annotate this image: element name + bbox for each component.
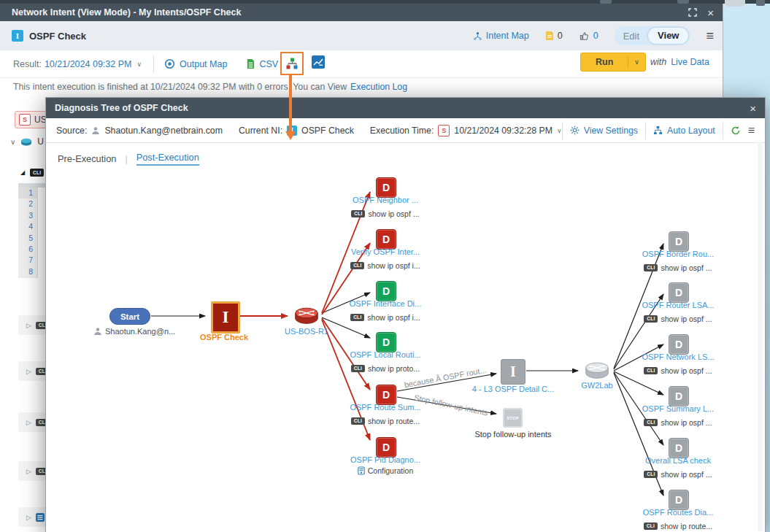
close-icon[interactable]: × [707,7,714,18]
like-count-button[interactable]: 0 [579,31,598,42]
live-data-link[interactable]: Live Data [671,57,709,67]
menu-icon[interactable]: ≡ [706,28,714,44]
expand-icon[interactable]: ▷ [26,468,31,475]
diagnosis-node[interactable]: D [376,229,396,250]
note-count-button[interactable]: 0 [545,31,563,41]
diagnosis-node-label: OSPF Summary L... CLIshow ip ospf ... [627,404,729,428]
diagnosis-node[interactable]: D [669,334,689,355]
edit-toggle[interactable]: Edit [615,31,648,42]
dialog-title-bar: Diagnosis Tree of OSPF Check × [46,98,765,118]
stop-node-label: Stop follow-up intents [458,430,569,439]
diagnosis-node[interactable]: D [376,437,396,458]
annotation-arrow-line [289,74,292,131]
cli-badge: CLI [644,264,658,271]
line-number: 4 [18,221,37,232]
list-icon [36,513,45,522]
view-settings-button[interactable]: View Settings [570,126,638,136]
result-timestamp: 10/21/2024 09:32 PM [45,59,132,69]
diagnosis-node-label: OSPF Interface Di... CLIshow ip ospf i..… [334,299,436,323]
status-bar: This intent execution is finished at 10/… [0,77,723,96]
dialog-close-icon[interactable]: × [750,102,756,115]
run-button[interactable]: Run ∨ [580,53,646,72]
device-tree-row[interactable]: ∨ U [10,136,44,147]
line-number: 7 [18,255,37,266]
cli-section-header[interactable]: ◢ CLI [20,169,44,177]
cli-badge: CLI [351,365,365,372]
device-node-gw2lab[interactable] [582,361,612,383]
intent-name: OSPF Check [29,31,86,42]
tab-post-execution[interactable]: Post-Execution [136,152,199,166]
root-intent-node[interactable]: I [211,301,240,334]
refresh-icon[interactable] [731,126,741,136]
root-intent-label[interactable]: OSPF Check [197,333,251,342]
diagnosis-node[interactable]: D [376,281,396,301]
router-icon-gray [582,361,612,380]
current-ni-value: OSPF Check [301,126,354,136]
diagnosis-node[interactable]: D [376,177,396,198]
dialog-title: Diagnosis Tree of OSPF Check [55,103,188,113]
followup-intent-node[interactable]: I [501,359,525,385]
result-dropdown[interactable]: Result: 10/21/2024 09:32 PM ∨ [13,59,142,69]
intent-map-button[interactable]: Intent Map [473,31,529,41]
window-title-bar: Network Intent (View Mode) - My Intents/… [0,4,723,21]
dialog-info-bar: Source: Shaotun.Kang@netbrain.com Curren… [46,118,765,143]
diagnosis-node[interactable]: D [669,282,689,303]
line-number: 6 [18,244,37,255]
diagnosis-node-label: Overall LSA check CLIshow ip ospf ... [627,456,729,479]
line-number: 3 [18,210,37,221]
line-number: 2 [18,198,37,209]
csv-button[interactable]: CSV [246,58,278,69]
divider [153,55,154,73]
cli-badge: CLI [644,419,658,426]
auto-layout-icon [653,126,663,135]
intent-map-icon [473,31,482,41]
device-label-gw2lab[interactable]: GW2Lab [568,381,626,390]
dialog-menu-icon[interactable]: ≡ [748,124,755,137]
expand-icon[interactable]: ▷ [26,419,31,426]
view-toggle[interactable]: View [648,28,688,44]
diagnosis-node-label: OSPF Route Sum... CLIshow ip route... [334,403,436,426]
device-row-label: U [37,136,44,147]
diagnosis-node[interactable]: D [669,231,689,252]
execution-log-link[interactable]: Execution Log [350,82,407,92]
cli-badge: CLI [644,471,658,478]
diagnosis-node-label: OSPF Local Routi... CLIshow ip proto... [334,350,436,374]
maximize-icon[interactable] [688,8,697,17]
source-value: Shaotun.Kang@netbrain.com [104,126,223,136]
s-status-icon: S [438,125,450,136]
execution-time-dropdown[interactable]: Execution Time: S 10/21/2024 09:32:28 PM… [370,125,562,136]
device-node-us-bos-r1[interactable] [292,306,321,328]
diagnosis-node[interactable]: D [376,332,396,352]
diagnosis-node-label: OSPF Network LS... CLIshow ip ospf ... [627,352,729,376]
auto-layout-button[interactable]: Auto Layout [653,126,715,136]
diagnosis-node-label: OSPF Neighbor ... CLIshow ip ospf ... [334,196,436,219]
diagnosis-tree-button[interactable] [280,52,304,75]
dialog-scrollbar[interactable] [758,142,763,531]
start-node[interactable]: Start [109,308,150,325]
expand-triangle-icon[interactable]: ◢ [20,169,25,176]
baseline-analysis-button[interactable] [312,55,325,72]
s-status-icon: S [19,114,31,126]
with-label: with [650,57,666,67]
expand-icon[interactable]: ▷ [26,322,31,329]
expand-icon[interactable]: ▷ [26,514,31,521]
diagnosis-node[interactable]: D [669,490,689,510]
cli-badge: CLI [350,262,364,269]
stop-node[interactable]: STOP [503,408,523,428]
annotation-arrow-head [285,131,296,140]
diagnosis-node-label: OSPF Border Rou... CLIshow ip ospf ... [627,250,729,273]
collapse-caret-icon[interactable]: ∨ [10,138,15,146]
output-map-button[interactable]: Output Map [164,58,227,69]
device-label-us-bos-r1[interactable]: US-BOS-R1 [277,327,336,336]
diagnosis-node[interactable]: D [669,438,689,458]
diagnosis-node[interactable]: D [669,386,689,406]
diagnosis-node-label: OSPF Router LSA... CLIshow ip ospf ... [627,301,729,324]
diagnosis-node-label: OSPF Routes Dia... CLIshow ip route... [627,508,729,531]
gear-icon [570,126,580,135]
tab-pre-execution[interactable]: Pre-Execution [58,153,116,164]
run-options-chevron-icon[interactable]: ∨ [628,58,645,66]
baseline-analysis-icon [312,55,325,69]
followup-intent-label[interactable]: 4 - L3 OSPF Detail C... [458,385,569,393]
expand-icon[interactable]: ▷ [26,368,31,375]
diagnosis-node-label: Verify OSPF Inter... CLIshow ip ospf i..… [334,247,436,271]
